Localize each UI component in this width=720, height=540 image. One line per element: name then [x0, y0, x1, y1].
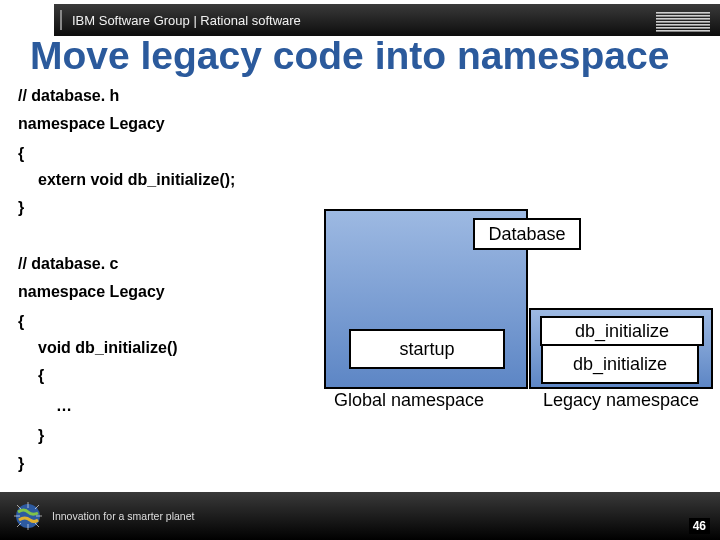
class-db-initialize: db_initialize — [541, 344, 699, 384]
code-line-6: // database. c — [18, 256, 119, 272]
code-line-11: … — [56, 398, 72, 414]
svg-rect-4 — [656, 24, 710, 26]
svg-rect-6 — [656, 30, 710, 32]
slide-title: Move legacy code into namespace — [30, 34, 710, 78]
label-legacy-namespace: Legacy namespace — [543, 390, 699, 411]
svg-rect-5 — [656, 27, 710, 29]
header-bar: IBM Software Group | Rational software — [54, 4, 720, 36]
label-global-namespace: Global namespace — [334, 390, 484, 411]
footer-bar: Innovation for a smarter planet — [0, 492, 720, 540]
footer-tagline: Innovation for a smarter planet — [52, 510, 194, 522]
svg-rect-1 — [656, 15, 710, 17]
code-line-10: { — [38, 368, 44, 384]
svg-rect-2 — [656, 18, 710, 20]
package-legacy-tab: db_initialize — [540, 316, 704, 346]
code-line-13: } — [18, 456, 24, 472]
code-line-7: namespace Legacy — [18, 284, 165, 300]
slide: IBM Software Group | Rational software — [0, 0, 720, 540]
code-line-12: } — [38, 428, 44, 444]
header-divider — [60, 10, 62, 30]
class-startup: startup — [349, 329, 505, 369]
code-line-9: void db_initialize() — [38, 340, 178, 356]
code-line-8: { — [18, 314, 24, 330]
svg-rect-0 — [656, 12, 710, 14]
code-line-4: extern void db_initialize(); — [38, 172, 235, 188]
code-line-1: // database. h — [18, 88, 119, 104]
globe-icon — [14, 502, 42, 530]
svg-rect-3 — [656, 21, 710, 23]
package-global-tab: Database — [473, 218, 581, 250]
code-line-5: } — [18, 200, 24, 216]
ibm-logo-icon — [656, 12, 710, 36]
code-line-3: { — [18, 146, 24, 162]
code-line-2: namespace Legacy — [18, 116, 165, 132]
header-text: IBM Software Group | Rational software — [72, 13, 301, 28]
page-number: 46 — [689, 518, 710, 534]
